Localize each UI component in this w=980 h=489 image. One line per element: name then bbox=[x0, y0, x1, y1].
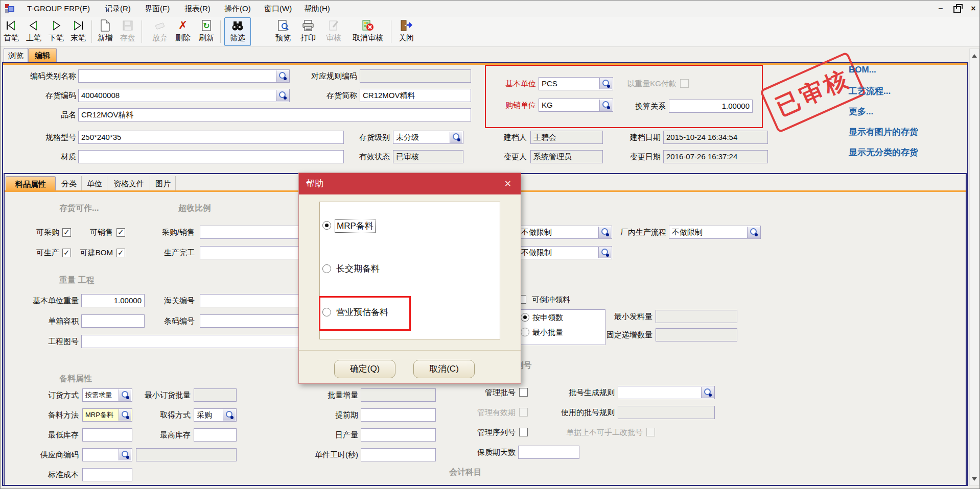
grade-field[interactable]: 未分级 bbox=[393, 131, 463, 144]
toolbar-prev-record[interactable]: 上笔 bbox=[23, 18, 44, 45]
subtab-category[interactable]: 分类 bbox=[57, 176, 82, 191]
menu-window[interactable]: 窗口(W) bbox=[261, 1, 295, 17]
scroll-down-button[interactable] bbox=[970, 473, 979, 484]
toolbar-preview[interactable]: 预览 bbox=[271, 18, 295, 45]
link-more[interactable]: 更多... bbox=[849, 106, 873, 117]
menu-operation[interactable]: 操作(O) bbox=[221, 1, 254, 17]
toolbar-refresh[interactable]: ↻ 刷新 bbox=[196, 18, 217, 45]
sellable-checkbox[interactable] bbox=[116, 228, 125, 237]
subtab-item-attributes[interactable]: 料品属性 bbox=[6, 176, 56, 191]
acquire-field[interactable]: 采购 bbox=[194, 408, 237, 422]
close-button[interactable]: × bbox=[966, 3, 980, 15]
link-bom[interactable]: BOM... bbox=[849, 65, 876, 75]
option-mrp-radio[interactable] bbox=[322, 221, 331, 230]
toolbar-discard[interactable]: 放弃 bbox=[149, 18, 171, 45]
lookup-icon[interactable] bbox=[276, 70, 289, 82]
limit2-field[interactable]: 不做限制 bbox=[518, 246, 612, 259]
trade-unit-field[interactable]: KG bbox=[539, 99, 613, 112]
toolbar-close[interactable]: 关闭 bbox=[395, 18, 417, 45]
limit1-field[interactable]: 不做限制 bbox=[518, 226, 612, 239]
option-mrp-label[interactable]: MRP备料 bbox=[335, 219, 376, 233]
tab-browse[interactable]: 浏览 bbox=[4, 48, 28, 63]
base-weight-field[interactable]: 1.00000 bbox=[81, 294, 145, 307]
daily-output-field[interactable] bbox=[361, 428, 436, 442]
by-apply-radio[interactable] bbox=[521, 313, 529, 322]
material-field[interactable] bbox=[78, 150, 344, 163]
lookup-icon[interactable] bbox=[747, 227, 760, 238]
menu-tgroup-erp[interactable]: T-GROUP ERP(E) bbox=[24, 1, 93, 17]
vertical-scrollbar[interactable] bbox=[969, 48, 979, 486]
toolbar-next-record[interactable]: 下笔 bbox=[45, 18, 67, 45]
manage-batch-checkbox[interactable] bbox=[519, 388, 528, 397]
drawing-field[interactable] bbox=[81, 335, 316, 348]
shelf-days-field[interactable] bbox=[518, 446, 579, 459]
option-long-lead-radio[interactable] bbox=[322, 264, 331, 273]
menu-record[interactable]: 记录(R) bbox=[102, 1, 134, 17]
batch-rule-field[interactable] bbox=[618, 386, 715, 399]
toolbar-delete[interactable]: ✗ 删除 bbox=[172, 18, 194, 45]
lookup-icon[interactable] bbox=[276, 90, 289, 101]
menu-interface[interactable]: 界面(F) bbox=[142, 1, 173, 17]
toolbar-filter[interactable]: 筛选 bbox=[224, 17, 251, 46]
order-mode-field[interactable]: 按需求量 bbox=[82, 388, 132, 402]
min-stock-field[interactable] bbox=[82, 428, 132, 442]
tab-edit[interactable]: 编辑 bbox=[28, 48, 57, 63]
min-issue-field[interactable] bbox=[656, 310, 737, 323]
scroll-up-button[interactable] bbox=[970, 50, 979, 61]
subtab-image[interactable]: 图片 bbox=[151, 176, 176, 191]
item-code-field[interactable]: 400400008 bbox=[78, 89, 290, 102]
restore-button[interactable] bbox=[950, 3, 964, 15]
purchasable-checkbox[interactable] bbox=[62, 228, 71, 237]
lookup-icon[interactable] bbox=[450, 132, 462, 143]
std-cost-field[interactable] bbox=[82, 468, 132, 481]
cancel-button[interactable]: 取消(C) bbox=[413, 360, 475, 378]
bom-checkbox[interactable] bbox=[116, 249, 125, 257]
lookup-icon[interactable] bbox=[598, 247, 611, 258]
lookup-icon[interactable] bbox=[599, 100, 612, 111]
no-manual-batch-checkbox[interactable] bbox=[646, 428, 655, 436]
factory-flow-field[interactable]: 不做限制 bbox=[669, 226, 761, 239]
dialog-title-bar[interactable]: 帮助 × bbox=[299, 173, 521, 194]
menu-report[interactable]: 报表(R) bbox=[181, 1, 214, 17]
product-name-field[interactable]: CR12MOV精料 bbox=[78, 108, 471, 121]
subtab-qualification[interactable]: 资格文件 bbox=[108, 176, 150, 191]
minimize-button[interactable]: – bbox=[934, 3, 948, 15]
menu-help[interactable]: 帮助(H) bbox=[301, 1, 333, 17]
spec-field[interactable]: 250*240*35 bbox=[78, 131, 344, 144]
option-long-lead-label[interactable]: 长交期备料 bbox=[336, 263, 380, 275]
manage-valid-checkbox[interactable] bbox=[519, 408, 528, 417]
manage-serial-checkbox[interactable] bbox=[519, 428, 528, 436]
item-abbr-field[interactable]: CR12MOV精料 bbox=[360, 89, 471, 102]
unit-time-field[interactable] bbox=[361, 448, 436, 461]
option-forecast-radio[interactable] bbox=[322, 308, 331, 316]
option-forecast-label[interactable]: 营业预估备料 bbox=[336, 306, 388, 319]
lookup-icon[interactable] bbox=[223, 409, 236, 421]
toolbar-print[interactable]: 打印 bbox=[298, 18, 318, 45]
base-unit-field[interactable]: PCS bbox=[539, 77, 613, 90]
lookup-icon[interactable] bbox=[598, 227, 611, 238]
min-order-field[interactable] bbox=[194, 388, 237, 402]
link-show-with-image[interactable]: 显示有图片的存货 bbox=[849, 126, 918, 138]
lookup-icon[interactable] bbox=[599, 78, 612, 89]
subtab-unit[interactable]: 单位 bbox=[82, 176, 107, 191]
supplier-field[interactable] bbox=[82, 448, 132, 461]
fixed-increment-field[interactable] bbox=[656, 328, 737, 341]
dialog-close-button[interactable]: × bbox=[500, 176, 516, 191]
min-batch-radio[interactable] bbox=[521, 328, 529, 336]
toolbar-approve[interactable]: 审核 bbox=[322, 18, 345, 45]
rule-code-field[interactable] bbox=[360, 69, 471, 83]
toolbar-last-record[interactable]: 末笔 bbox=[67, 18, 89, 45]
lookup-icon[interactable] bbox=[701, 387, 714, 398]
toolbar-first-record[interactable]: 首笔 bbox=[1, 18, 22, 45]
max-stock-field[interactable] bbox=[194, 428, 237, 442]
link-show-uncategorized[interactable]: 显示无分类的存货 bbox=[849, 146, 918, 158]
toolbar-new[interactable]: 新增 bbox=[95, 18, 116, 45]
box-volume-field[interactable] bbox=[81, 314, 145, 328]
pay-by-weight-checkbox[interactable] bbox=[680, 79, 689, 88]
link-process-flow[interactable]: 工艺流程... bbox=[849, 85, 891, 97]
toolbar-cancel-approve[interactable]: 取消审核 bbox=[348, 18, 388, 45]
batch-increment-field[interactable] bbox=[361, 388, 436, 402]
lookup-icon[interactable] bbox=[119, 409, 131, 421]
coding-class-field[interactable] bbox=[78, 69, 290, 83]
conversion-field[interactable]: 1.00000 bbox=[669, 100, 753, 113]
